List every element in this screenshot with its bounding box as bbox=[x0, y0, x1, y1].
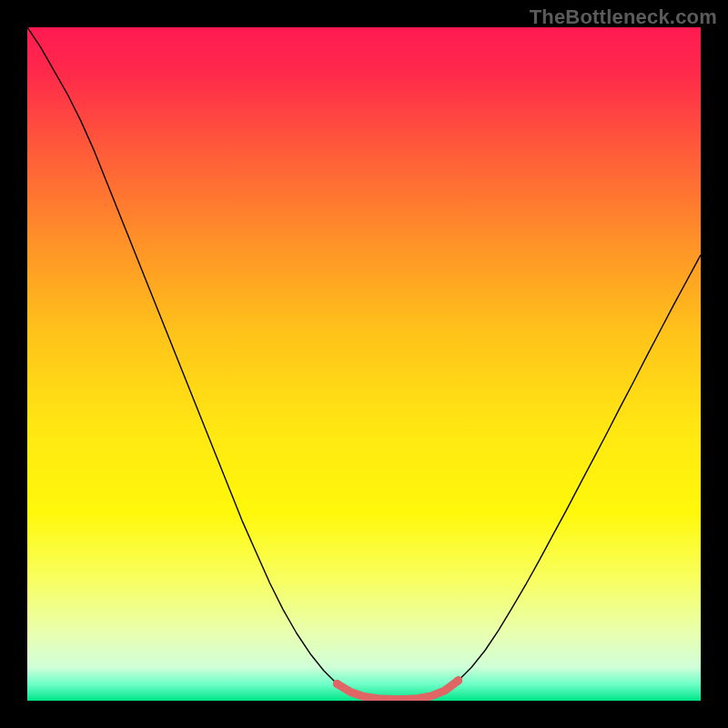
chart-plot-area bbox=[27, 27, 701, 701]
watermark-text: TheBottleneck.com bbox=[530, 5, 717, 29]
series-optimal-band-endpoint bbox=[333, 680, 341, 688]
chart-background bbox=[27, 27, 701, 701]
series-optimal-band-endpoint bbox=[454, 676, 462, 684]
chart-svg bbox=[27, 27, 701, 701]
chart-frame: TheBottleneck.com bbox=[0, 0, 728, 728]
